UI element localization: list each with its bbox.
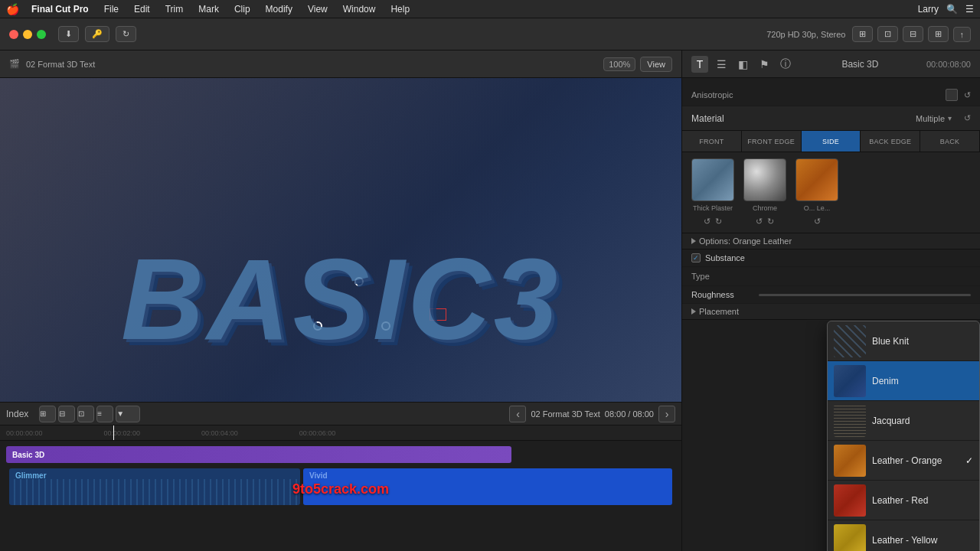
plaster-revert[interactable]: ↺ [704, 217, 710, 227]
tab-text[interactable]: T [691, 56, 708, 73]
app-name[interactable]: Final Cut Pro [31, 4, 89, 15]
placement-row[interactable]: Placement [682, 304, 980, 320]
swatch-chrome [743, 158, 786, 201]
item-label-leather-red: Leather - Red [872, 495, 928, 506]
dropdown-item-leather-red[interactable]: Leather - Red [828, 481, 979, 520]
item-label-denim: Denim [872, 376, 899, 386]
item-label-leather-yellow: Leather - Yellow [872, 535, 937, 546]
material-previews: Thick Plaster ↺ ↻ Chrome ↺ ↻ O [682, 152, 980, 233]
swatch-plaster-label: Thick Plaster [693, 204, 733, 212]
chevron-icon[interactable]: ▾ [948, 114, 952, 122]
plaster-forward[interactable]: ↻ [715, 217, 722, 227]
dropdown-item-jacquard[interactable]: Jacquard [828, 401, 979, 441]
layout-btn-1[interactable]: ⊞ [852, 26, 873, 42]
swatch-leather [795, 158, 838, 201]
substance-row: ✓ Substance [682, 249, 980, 267]
substance-label: Substance [705, 253, 745, 262]
material-reset-icon[interactable]: ↺ [964, 113, 971, 123]
panel-tabs: T ☰ ◧ ⚑ ⓘ [691, 56, 794, 73]
menu-help[interactable]: Help [387, 2, 413, 16]
type-label: Type [691, 272, 768, 281]
minimize-button[interactable] [23, 30, 32, 39]
tab-back-edge[interactable]: BACK EDGE [861, 131, 920, 152]
material-header: Material Multiple ▾ ↺ [682, 106, 980, 131]
user-name: Larry [918, 4, 939, 15]
thumb-leather-red [834, 484, 866, 517]
maximize-button[interactable] [37, 30, 46, 39]
video-text-3d: BASIC3 [121, 233, 560, 366]
mat-preview-plaster[interactable]: Thick Plaster ↺ ↻ [691, 158, 734, 227]
dropdown-container: Blue Knit Denim Jacquard Leather - Orang… [682, 321, 980, 551]
leather-orange-check: ✓ [965, 455, 973, 466]
menu-list-icon[interactable]: ☰ [965, 4, 974, 15]
watermark: 9to5crack.com [292, 481, 389, 497]
preview-main: 🎬 02 Format 3D Text 100% View BASIC3 [0, 51, 681, 551]
tab-flag[interactable]: ⚑ [756, 56, 773, 73]
clip-title: 02 Format 3D Text [26, 60, 95, 69]
material-dropdown: Blue Knit Denim Jacquard Leather - Orang… [827, 321, 980, 551]
menu-edit[interactable]: Edit [131, 2, 153, 16]
main-layout: 🎬 02 Format 3D Text 100% View BASIC3 [0, 51, 980, 551]
close-button[interactable] [9, 30, 18, 39]
type-row: Type [682, 267, 980, 286]
inspector-content: Anisotropic ↺ Material Multiple ▾ ↺ FRON… [682, 78, 980, 321]
panel-timecode: 00:00:08:00 [926, 60, 971, 69]
apple-menu[interactable]: 🍎 [6, 3, 19, 15]
right-panel: T ☰ ◧ ⚑ ⓘ Basic 3D 00:00:08:00 Anisotrop… [681, 51, 980, 551]
leather-revert[interactable]: ↺ [814, 217, 821, 227]
options-row[interactable]: Options: Orange Leather [682, 233, 980, 249]
layout-btn-3[interactable]: ⊟ [903, 26, 923, 42]
key-button[interactable]: 🔑 [85, 26, 109, 42]
chrome-revert[interactable]: ↺ [756, 217, 763, 227]
refresh-button[interactable]: ↻ [116, 26, 136, 42]
share-button[interactable]: ↑ [953, 27, 972, 42]
playhead[interactable] [113, 425, 114, 440]
menu-trim[interactable]: Trim [162, 2, 187, 16]
menubar: 🍎 Final Cut Pro File Edit Trim Mark Clip… [0, 0, 980, 18]
roughness-bar[interactable] [759, 294, 971, 296]
tab-back[interactable]: BACK [920, 131, 980, 152]
anisotropic-label: Anisotropic [691, 90, 768, 99]
reset-icon[interactable]: ↺ [964, 90, 971, 100]
download-button[interactable]: ⬇ [58, 26, 79, 42]
view-button[interactable]: View [640, 57, 672, 72]
chrome-forward[interactable]: ↻ [767, 217, 774, 227]
menu-clip[interactable]: Clip [231, 2, 253, 16]
dropdown-item-denim[interactable]: Denim [828, 361, 979, 401]
dropdown-item-blue-knit[interactable]: Blue Knit [828, 321, 979, 361]
tab-layers[interactable]: ◧ [734, 56, 751, 73]
expand-icon [691, 238, 696, 244]
tab-info[interactable]: ⓘ [777, 56, 794, 73]
tab-front-edge[interactable]: FRONT EDGE [742, 131, 802, 152]
layout-btn-2[interactable]: ⊡ [877, 26, 898, 42]
tab-front[interactable]: FRONT [682, 131, 742, 152]
menu-window[interactable]: Window [340, 2, 379, 16]
layout-btn-4[interactable]: ⊞ [928, 26, 949, 42]
traffic-lights [9, 30, 46, 39]
zoom-level[interactable]: 100% [603, 57, 635, 71]
thumb-leather-orange [834, 445, 866, 477]
mat-preview-leather[interactable]: O... Le... ↺ [795, 158, 838, 227]
thumb-leather-yellow [834, 524, 866, 552]
anisotropic-checkbox[interactable] [946, 89, 958, 101]
dropdown-item-leather-yellow[interactable]: Leather - Yellow [828, 520, 979, 551]
search-icon[interactable]: 🔍 [946, 4, 958, 15]
menu-file[interactable]: File [101, 2, 122, 16]
menu-modify[interactable]: Modify [263, 2, 296, 16]
dropdown-item-leather-orange[interactable]: Leather - Orange ✓ [828, 441, 979, 481]
placement-label: Placement [699, 307, 739, 316]
face-tabs: FRONT FRONT EDGE SIDE BACK EDGE BACK [682, 131, 980, 152]
thumb-denim [834, 365, 866, 397]
video-canvas: BASIC3 9to5crack.com [0, 78, 681, 520]
tab-side[interactable]: SIDE [802, 131, 861, 152]
roughness-label: Roughness [691, 290, 753, 299]
placement-expand-icon [691, 308, 696, 315]
material-label: Material [691, 113, 724, 124]
substance-checkbox[interactable]: ✓ [691, 253, 701, 262]
tab-list[interactable]: ☰ [713, 56, 730, 73]
menu-view[interactable]: View [305, 2, 331, 16]
panel-title: Basic 3D [841, 59, 878, 70]
mat-preview-chrome[interactable]: Chrome ↺ ↻ [743, 158, 786, 227]
item-label-blue-knit: Blue Knit [872, 336, 909, 347]
menu-mark[interactable]: Mark [195, 2, 222, 16]
